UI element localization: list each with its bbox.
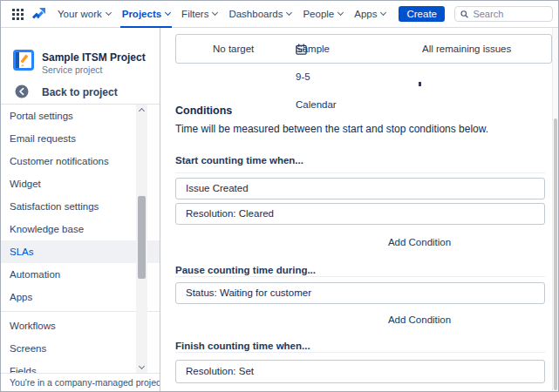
chevron-down-icon [380, 10, 386, 16]
cursor-artifact [419, 82, 421, 86]
main-scrollbar-thumb[interactable] [554, 118, 557, 390]
top-nav: Your work Projects Filters Dashboards Pe… [1, 1, 558, 28]
sidebar-scrollbar[interactable] [136, 105, 147, 373]
chevron-down-icon [212, 10, 218, 16]
chevron-down-icon [286, 10, 292, 16]
condition-field-issue-created[interactable]: Issue Created [175, 178, 545, 199]
conditions-heading: Conditions [175, 105, 232, 117]
pause-counting-label: Pause counting time during... [175, 265, 316, 275]
conditions-description: Time will be measured between the start … [175, 123, 488, 135]
project-management-note: You're in a company-managed project [1, 373, 160, 391]
jira-logo-icon[interactable] [31, 8, 46, 21]
app-window: Your work Projects Filters Dashboards Pe… [0, 0, 559, 392]
section-divider [175, 276, 545, 277]
start-counting-label: Start counting time when... [175, 155, 303, 166]
sla-issues-scope[interactable]: All remaining issues [422, 35, 511, 63]
nav-item-projects[interactable]: Projects [122, 1, 170, 28]
nav-item-people[interactable]: People [303, 1, 343, 28]
nav-item-apps[interactable]: Apps [354, 1, 385, 28]
main-content: No target Sample 9-5 Calendar All remain… [161, 28, 558, 391]
nav-item-label: Apps [354, 9, 377, 19]
sla-goal-target[interactable]: No target [213, 35, 254, 63]
section-divider [175, 172, 545, 173]
sidebar: Sample ITSM Project Service project Back… [1, 28, 160, 391]
nav-item-your-work[interactable]: Your work [58, 1, 111, 28]
condition-field-resolution-cleared[interactable]: Resolution: Cleared [175, 203, 545, 225]
nav-item-label: Filters [181, 9, 208, 19]
condition-field-status-waiting[interactable]: Status: Waiting for customer [175, 282, 545, 304]
finish-counting-label: Finish counting time when... [175, 341, 310, 351]
add-condition-link-start[interactable]: Add Condition [388, 237, 451, 247]
chevron-down-icon [337, 10, 344, 16]
sidebar-scrollbar-thumb[interactable] [138, 196, 146, 279]
nav-item-filters[interactable]: Filters [181, 1, 217, 28]
search-icon [460, 10, 468, 19]
project-type: Service project [42, 64, 102, 75]
sla-calendar-select[interactable]: Sample 9-5 Calendar [296, 35, 313, 63]
sla-summary-row: No target Sample 9-5 Calendar All remain… [175, 34, 552, 64]
nav-item-dashboards[interactable]: Dashboards [228, 1, 291, 28]
scroll-up-icon[interactable] [139, 108, 145, 114]
project-avatar-icon [13, 50, 34, 74]
nav-item-label: People [303, 9, 334, 19]
search-input[interactable] [473, 9, 547, 19]
chevron-down-icon [165, 10, 171, 16]
add-condition-link-pause[interactable]: Add Condition [388, 314, 451, 325]
project-name: Sample ITSM Project [42, 51, 146, 64]
back-to-project-link[interactable]: Back to project [42, 86, 118, 98]
section-divider [175, 352, 545, 353]
search-box[interactable] [454, 6, 553, 22]
scroll-down-icon[interactable] [139, 363, 145, 369]
back-arrow-icon[interactable] [15, 84, 29, 102]
sidebar-menu: Portal settings Email requests Customer … [1, 104, 160, 373]
condition-field-resolution-set[interactable]: Resolution: Set [175, 360, 545, 383]
nav-item-label: Projects [122, 9, 161, 19]
create-button[interactable]: Create [399, 6, 445, 22]
nav-item-label: Your work [58, 9, 102, 19]
app-switcher-icon[interactable] [12, 9, 24, 20]
sla-calendar-label: Sample 9-5 Calendar [296, 35, 337, 63]
main-scrollbar[interactable] [552, 28, 558, 391]
nav-item-label: Dashboards [228, 9, 283, 19]
chevron-down-icon [106, 10, 112, 16]
